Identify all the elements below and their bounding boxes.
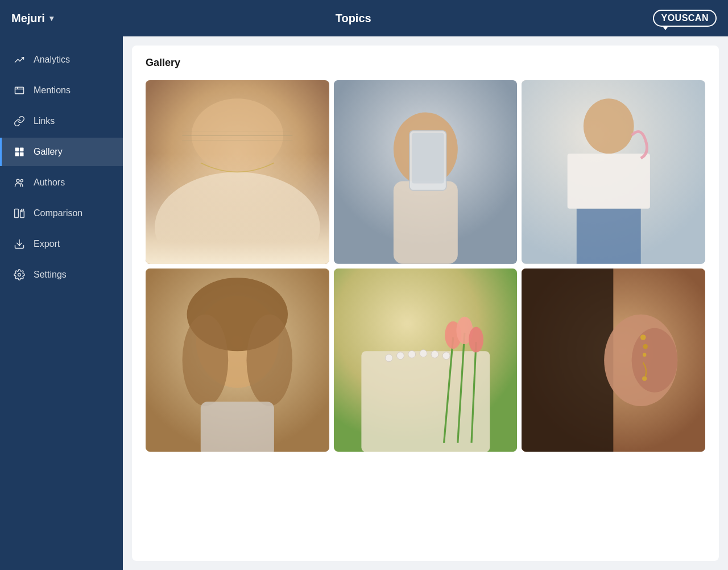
youscan-logo: YOUSCAN [653,10,717,27]
gallery-section-title: Gallery [146,57,705,69]
sidebar-item-export[interactable]: Export [0,230,123,258]
sidebar-label-settings: Settings [34,270,67,280]
svg-point-35 [396,352,404,359]
svg-rect-4 [20,148,24,152]
svg-point-53 [642,376,647,381]
sidebar-label-authors: Authors [34,177,65,188]
svg-point-37 [420,349,427,357]
sidebar-label-export: Export [34,239,60,249]
svg-rect-31 [201,402,274,452]
svg-rect-3 [15,148,19,152]
sidebar-item-settings[interactable]: Settings [0,261,123,289]
content-area: Gallery [123,36,728,570]
svg-rect-33 [361,351,490,452]
svg-rect-24 [568,154,650,209]
gallery-icon [13,146,26,158]
gallery-item[interactable] [522,80,705,264]
sidebar-item-analytics[interactable]: Analytics [0,46,123,74]
svg-point-23 [584,98,634,154]
sidebar-item-links[interactable]: Links [0,107,123,135]
comparison-icon [13,207,26,220]
mentions-icon [13,84,26,97]
svg-point-29 [183,314,229,406]
sidebar-item-comparison[interactable]: Comparison [0,199,123,228]
content-panel: Gallery [132,46,719,561]
svg-point-30 [246,314,292,406]
main-layout: Analytics Mentions Links Ga [0,36,728,570]
svg-point-52 [643,353,646,356]
svg-point-50 [640,334,646,340]
settings-icon [13,269,26,281]
sidebar-label-gallery: Gallery [34,147,63,157]
svg-rect-25 [577,209,641,264]
svg-point-36 [408,350,415,358]
svg-point-15 [192,98,283,172]
gallery-item[interactable] [146,269,329,452]
svg-rect-5 [15,152,19,156]
svg-point-16 [155,172,320,263]
svg-point-38 [431,350,439,358]
links-icon [13,115,26,127]
sidebar-label-mentions: Mentions [34,85,71,96]
sidebar-item-gallery[interactable]: Gallery [0,138,123,166]
page-title: Topics [336,12,371,25]
sidebar-label-comparison: Comparison [34,208,82,218]
svg-rect-6 [20,152,24,156]
sidebar: Analytics Mentions Links Ga [0,36,123,570]
export-icon [13,238,26,250]
svg-point-51 [643,344,648,349]
gallery-item[interactable] [334,269,518,452]
brand-selector[interactable]: Mejuri ▾ [11,12,53,25]
svg-point-7 [16,179,19,182]
gallery-item[interactable] [334,80,518,264]
gallery-item[interactable] [522,269,705,452]
svg-point-8 [20,180,23,182]
analytics-icon [13,53,26,66]
svg-point-45 [469,327,483,352]
svg-point-13 [18,274,21,276]
sidebar-label-links: Links [34,116,55,126]
svg-rect-19 [394,181,458,263]
svg-point-34 [385,354,392,362]
svg-rect-21 [412,133,444,184]
sidebar-item-authors[interactable]: Authors [0,168,123,197]
svg-point-49 [632,328,678,393]
gallery-grid [146,80,705,452]
app-header: Mejuri ▾ Topics YOUSCAN [0,0,728,36]
svg-rect-0 [15,87,24,94]
chevron-down-icon: ▾ [49,14,53,23]
sidebar-label-analytics: Analytics [34,55,70,65]
authors-icon [13,176,26,189]
sidebar-item-mentions[interactable]: Mentions [0,76,123,105]
svg-point-39 [442,352,450,359]
svg-rect-47 [522,269,613,452]
brand-name: Mejuri [11,12,45,25]
gallery-item[interactable] [146,80,329,264]
svg-rect-9 [15,209,19,218]
